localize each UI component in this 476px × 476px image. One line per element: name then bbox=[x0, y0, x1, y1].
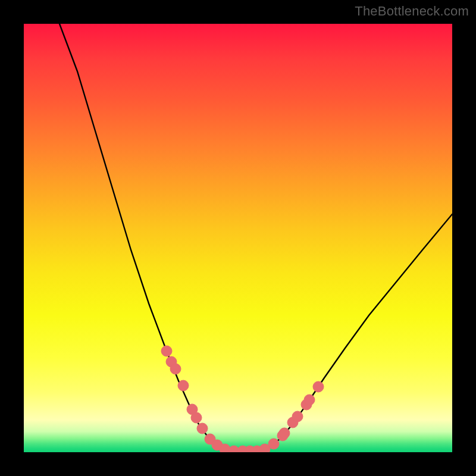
data-point bbox=[313, 381, 324, 392]
chart-svg bbox=[24, 24, 452, 452]
chart-frame: TheBottleneck.com bbox=[0, 0, 476, 476]
data-point bbox=[191, 412, 202, 423]
watermark-text: TheBottleneck.com bbox=[355, 4, 469, 19]
data-point bbox=[161, 346, 172, 356]
marker-group bbox=[161, 346, 324, 452]
data-point bbox=[178, 380, 189, 391]
data-point bbox=[279, 428, 290, 439]
data-point bbox=[292, 411, 303, 422]
data-point bbox=[268, 439, 279, 449]
data-point bbox=[170, 364, 181, 374]
bottleneck-curve bbox=[60, 24, 452, 451]
data-point bbox=[197, 423, 208, 434]
plot-area bbox=[24, 24, 452, 452]
curve-group bbox=[60, 24, 452, 451]
data-point bbox=[304, 394, 315, 405]
